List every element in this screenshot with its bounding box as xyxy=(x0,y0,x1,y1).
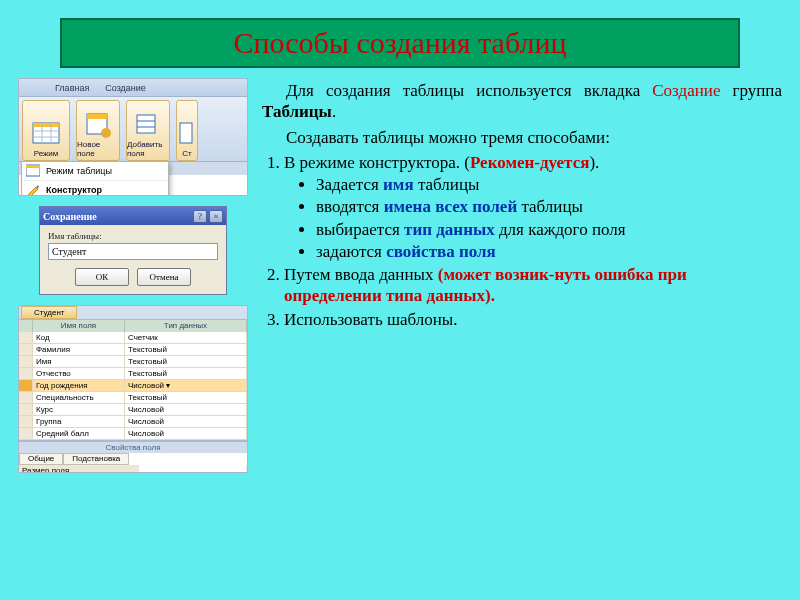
hl-group: Таблицы xyxy=(262,102,332,121)
list-item: Задается имя таблицы xyxy=(316,174,782,195)
body-text: Для создания таблицы используется вкладк… xyxy=(262,78,782,473)
save-dialog-screenshot: Сохранение ? × Имя таблицы: Студент ОК О… xyxy=(39,206,227,295)
hl-tab: Создание xyxy=(652,81,720,100)
slide-title-text: Способы создания таблиц xyxy=(233,26,566,59)
menu-item-label: Режим таблицы xyxy=(46,166,112,176)
ribbon-screenshot: Главная Создание Режим Новое поле xyxy=(18,78,248,196)
svg-point-8 xyxy=(101,128,111,138)
datasheet-icon xyxy=(26,164,40,178)
table-row: СпециальностьТекстовый xyxy=(19,392,247,404)
menu-item-label: Конструктор xyxy=(46,185,102,195)
table-row: КурсЧисловой xyxy=(19,404,247,416)
table-row: Год рожденияЧисловой ▾ xyxy=(19,380,247,392)
table-designer-screenshot: Студент Имя поляТип данных КодСчетчикФам… xyxy=(18,305,248,473)
ribbon-btn-cut: Ст xyxy=(176,100,198,161)
addfields-icon xyxy=(134,111,162,139)
help-icon: ? xyxy=(193,210,207,223)
dialog-title-text: Сохранение xyxy=(43,211,97,222)
table-row: ИмяТекстовый xyxy=(19,356,247,368)
list-item: задаются свойства поля xyxy=(316,241,782,262)
table-row: ОтчествоТекстовый xyxy=(19,368,247,380)
view-dropdown-menu: Режим таблицы Конструктор xyxy=(21,161,169,196)
illustrations-column: Главная Создание Режим Новое поле xyxy=(18,78,248,473)
ok-button: ОК xyxy=(75,268,129,286)
props-title: Свойства поля xyxy=(19,442,247,453)
svg-rect-1 xyxy=(33,123,59,127)
svg-rect-14 xyxy=(26,165,40,168)
close-icon: × xyxy=(209,210,223,223)
list-item: вводятся имена всех полей таблицы xyxy=(316,196,782,217)
svg-rect-12 xyxy=(180,123,192,143)
column-icon xyxy=(179,120,195,148)
ribbon-tab: Создание xyxy=(105,83,146,93)
list-item: В режиме конструктора. (Рекомен-дуется).… xyxy=(284,152,782,262)
ribbon-btn-newfield: Новое поле xyxy=(76,100,120,161)
slide-title: Способы создания таблиц xyxy=(60,18,740,68)
list-item: Путем ввода данных (может возник-нуть ош… xyxy=(284,264,782,307)
list-item: выбирается тип данных для каждого поля xyxy=(316,219,782,240)
cancel-button: Отмена xyxy=(137,268,191,286)
svg-rect-9 xyxy=(137,115,155,133)
datasheet-icon xyxy=(32,120,60,148)
list-item: Использовать шаблоны. xyxy=(284,309,782,330)
prop-tab: Подстановка xyxy=(63,453,129,465)
table-row: ГруппаЧисловой xyxy=(19,416,247,428)
designer-tab-name: Студент xyxy=(21,306,77,319)
ribbon-btn-view: Режим xyxy=(22,100,70,161)
prop-tab: Общие xyxy=(19,453,63,465)
table-row: Средний баллЧисловой xyxy=(19,428,247,440)
svg-rect-7 xyxy=(87,114,107,119)
table-row: КодСчетчик xyxy=(19,332,247,344)
newfield-icon xyxy=(84,111,112,139)
designer-icon xyxy=(26,183,40,196)
ribbon-tab: Главная xyxy=(55,83,89,93)
ribbon-btn-addfields: Добавить поля xyxy=(126,100,170,161)
dialog-field-label: Имя таблицы: xyxy=(48,231,218,241)
dialog-titlebar: Сохранение ? × xyxy=(40,207,226,225)
table-row: ФамилияТекстовый xyxy=(19,344,247,356)
property-row: Размер поля xyxy=(19,465,247,473)
table-name-input: Студент xyxy=(48,243,218,260)
